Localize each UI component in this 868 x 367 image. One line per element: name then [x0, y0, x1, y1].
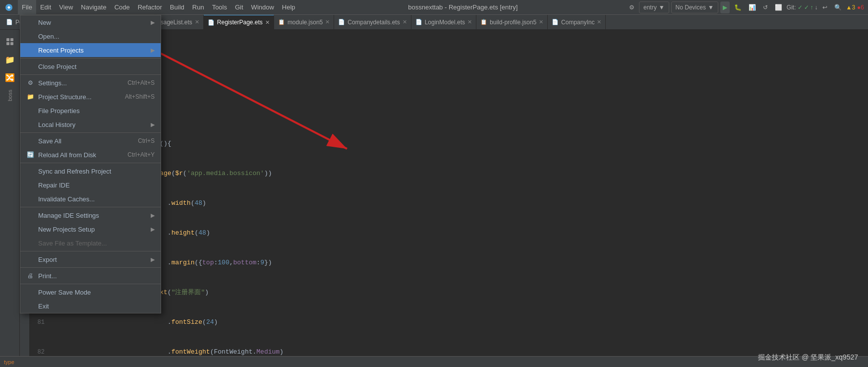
- tab-close-companyinc[interactable]: ✕: [597, 19, 601, 25]
- tab-close-loginmodel[interactable]: ✕: [467, 19, 472, 25]
- save-all-label: Save All: [38, 137, 61, 145]
- tab-close-registerpage[interactable]: ✕: [265, 19, 270, 26]
- tab-label: LoginModel.ets: [425, 19, 465, 26]
- status-bar: type: [0, 356, 868, 367]
- menu-item-sync[interactable]: Sync and Refresh Project: [20, 164, 161, 178]
- file-properties-label: File Properties: [38, 107, 80, 115]
- tab-close-companydetails[interactable]: ✕: [403, 19, 407, 25]
- menu-edit[interactable]: Edit: [36, 0, 55, 15]
- project-structure-icon: 📁: [26, 93, 34, 100]
- tab-icon: 📋: [278, 19, 285, 25]
- menu-help[interactable]: Help: [278, 0, 299, 15]
- sidebar-file-icon[interactable]: 📁: [2, 52, 18, 67]
- window-title: bossnexttab - RegisterPage.ets [entry]: [299, 3, 627, 11]
- status-type: type: [4, 359, 14, 365]
- new-projects-label: New Projects Setup: [38, 226, 95, 233]
- export-arrow: ▶: [151, 256, 155, 263]
- menu-item-power-save[interactable]: Power Save Mode: [20, 285, 161, 299]
- menu-refactor[interactable]: Refactor: [134, 0, 166, 15]
- tab-companydetails[interactable]: 📄 Companydetails.ets ✕: [334, 15, 411, 30]
- tab-registerpage[interactable]: 📄 RegisterPage.ets ✕: [204, 15, 274, 30]
- menu-item-save-all[interactable]: Save All Ctrl+S: [20, 134, 161, 148]
- svg-rect-1: [6, 38, 9, 41]
- toolbar-right: ⚙ entry ▼ No Devices ▼ ▶ 🐛 📊 ↺ ⬜ Git: ✓ …: [627, 1, 864, 13]
- sep6: [20, 251, 161, 251]
- menu-file[interactable]: File: [18, 0, 36, 15]
- reload-shortcut: Ctrl+Alt+Y: [127, 151, 155, 158]
- open-label: Open...: [38, 33, 59, 40]
- sep1: [20, 58, 161, 59]
- sep5: [20, 207, 161, 207]
- menu-item-open[interactable]: Open...: [20, 29, 161, 43]
- menu-item-new[interactable]: New ▶: [20, 15, 161, 29]
- exit-label: Exit: [38, 303, 49, 310]
- tab-close-buildprofile[interactable]: ✕: [539, 19, 543, 25]
- sidebar-git-icon[interactable]: 🔀: [2, 69, 18, 85]
- tab-buildprofile[interactable]: 📋 build-profile.json5 ✕: [476, 15, 548, 30]
- tab-label: module.json5: [288, 19, 323, 26]
- menu-item-local-history[interactable]: Local History ▶: [20, 118, 161, 131]
- sep8: [20, 284, 161, 284]
- run-button[interactable]: ▶: [720, 1, 730, 13]
- tab-module[interactable]: 📋 module.json5 ✕: [274, 15, 334, 30]
- tab-close-module[interactable]: ✕: [325, 19, 330, 25]
- undo-button[interactable]: ↩: [820, 1, 830, 13]
- profile-button[interactable]: 📊: [746, 1, 758, 13]
- menu-item-close[interactable]: Close Project: [20, 60, 161, 73]
- tab-companyinc[interactable]: 📄 CompanyInc ✕: [548, 15, 606, 30]
- sidebar-project-icon[interactable]: [2, 34, 18, 50]
- git-status: Git: ✓ ✓ ↑ ↓: [787, 4, 818, 11]
- sync-label: Sync and Refresh Project: [38, 168, 111, 175]
- menu-item-invalidate[interactable]: Invalidate Caches...: [20, 192, 161, 206]
- power-save-label: Power Save Mode: [38, 289, 91, 296]
- reload-button[interactable]: ↺: [760, 1, 770, 13]
- menu-code[interactable]: Code: [111, 0, 134, 15]
- entry-dropdown[interactable]: entry ▼: [639, 1, 669, 13]
- recent-label: Recent Projects: [38, 47, 84, 54]
- file-menu-dropdown[interactable]: New ▶ Open... Recent Projects ▶ Close Pr…: [20, 15, 161, 313]
- menu-run[interactable]: Run: [188, 0, 208, 15]
- search-button[interactable]: 🔍: [832, 1, 844, 13]
- menu-item-exit[interactable]: Exit: [20, 299, 161, 313]
- settings-icon: ⚙: [26, 79, 34, 86]
- tab-close-messagelist[interactable]: ✕: [195, 19, 199, 25]
- svg-rect-3: [6, 42, 9, 45]
- no-devices-label: No Devices: [676, 4, 706, 11]
- settings-shortcut: Ctrl+Alt+S: [127, 79, 155, 86]
- settings-icon-btn[interactable]: ⚙: [627, 1, 637, 13]
- no-devices-dropdown[interactable]: No Devices ▼: [671, 1, 718, 13]
- svg-rect-4: [10, 42, 13, 45]
- export-label: Export: [38, 256, 57, 263]
- tab-loginmodel[interactable]: 📄 LoginModel.ets ✕: [411, 15, 476, 30]
- debug-button[interactable]: 🐛: [732, 1, 744, 13]
- entry-label: entry: [643, 4, 657, 11]
- tab-label: RegisterPage.ets: [217, 19, 263, 26]
- menu-item-export[interactable]: Export ▶: [20, 252, 161, 266]
- menu-build[interactable]: Build: [166, 0, 188, 15]
- git-arrow2: ↓: [815, 4, 818, 11]
- stop-button[interactable]: ⬜: [772, 1, 785, 13]
- warnings-badge: ▲3: [846, 4, 856, 11]
- sidebar-commit-icon[interactable]: boss: [2, 87, 18, 103]
- menu-item-recent[interactable]: Recent Projects ▶: [20, 43, 161, 57]
- menu-item-manage-settings[interactable]: Manage IDE Settings ▶: [20, 208, 161, 222]
- menu-item-new-projects-setup[interactable]: New Projects Setup ▶: [20, 222, 161, 236]
- menu-item-file-properties[interactable]: File Properties: [20, 104, 161, 118]
- menu-bar: File Edit View Navigate Code Refactor Bu…: [0, 0, 868, 15]
- menu-view[interactable]: View: [55, 0, 77, 15]
- tab-icon: 📋: [480, 19, 487, 25]
- new-label: New: [38, 19, 51, 26]
- menu-item-reload[interactable]: 🔄 Reload All from Disk Ctrl+Alt+Y: [20, 148, 161, 162]
- menu-git[interactable]: Git: [231, 0, 247, 15]
- menu-item-settings[interactable]: ⚙ Settings... Ctrl+Alt+S: [20, 76, 161, 90]
- menu-item-repair[interactable]: Repair IDE: [20, 178, 161, 192]
- reload-icon: 🔄: [26, 151, 34, 158]
- tab-icon: 📄: [552, 19, 559, 25]
- menu-window[interactable]: Window: [247, 0, 278, 15]
- menu-navigate[interactable]: Navigate: [77, 0, 110, 15]
- project-structure-label: Project Structure...: [38, 93, 92, 101]
- menu-item-print[interactable]: 🖨 Print...: [20, 269, 161, 283]
- menu-tools[interactable]: Tools: [208, 0, 231, 15]
- menu-item-project-structure[interactable]: 📁 Project Structure... Alt+Shift+S: [20, 90, 161, 104]
- tab-icon: 📄: [415, 19, 422, 25]
